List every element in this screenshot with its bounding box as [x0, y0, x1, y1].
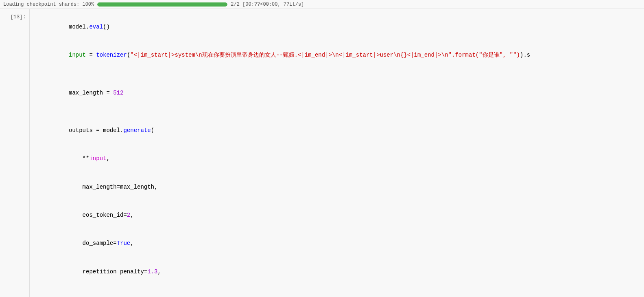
- code-line-1: model.eval(): [35, 13, 639, 41]
- code-area[interactable]: model.eval() input = tokenizer("<|im_sta…: [29, 9, 644, 297]
- token-1-3: 1.3: [147, 268, 157, 275]
- code-line-4: max_length = 512: [35, 79, 639, 107]
- code-line-6: outputs = model.generate(: [35, 117, 639, 145]
- code-line-3: [35, 70, 639, 79]
- token-outputs: outputs: [69, 127, 93, 134]
- token-true-1: True: [117, 240, 131, 246]
- progress-count: 2/2 [00:??<00:00, ??it/s]: [231, 2, 304, 7]
- progress-bar-outer: [97, 2, 227, 7]
- code-line-7: **input,: [35, 145, 639, 173]
- code-line-5: [35, 107, 639, 117]
- code-line-8: max_length=max_length,: [35, 173, 639, 201]
- token-tokenizer: tokenizer: [96, 52, 127, 58]
- code-line-2: input = tokenizer("<|im_start|>system\n现…: [35, 41, 639, 69]
- cell-number: [13]:: [0, 9, 29, 297]
- token-input: input: [69, 52, 86, 58]
- loading-text: Loading checkpoint shards: 100%: [3, 2, 94, 7]
- token-2: 2: [127, 212, 130, 218]
- code-line-10: do_sample=True,: [35, 229, 639, 257]
- notebook-container: Loading checkpoint shards: 100% 2/2 [00:…: [0, 0, 644, 297]
- progress-bar-inner: [97, 2, 227, 7]
- progress-bar-container: Loading checkpoint shards: 100% 2/2 [00:…: [3, 2, 641, 7]
- code-line-9: eos_token_id=2,: [35, 201, 639, 229]
- code-line-11: repetition_penalty=1.3,: [35, 257, 639, 286]
- top-bar: Loading checkpoint shards: 100% 2/2 [00:…: [0, 0, 644, 9]
- cell-content: model.eval() input = tokenizer("<|im_sta…: [29, 9, 644, 297]
- token-input-ref: input: [89, 155, 106, 162]
- token-max-length-var: max_length: [69, 90, 103, 96]
- token-generate: generate: [123, 127, 151, 134]
- token-512: 512: [113, 90, 123, 96]
- token-eval: eval: [89, 24, 103, 30]
- cell-wrapper: [13]: model.eval() input = tokenizer("<|…: [0, 9, 644, 297]
- token-model: model: [69, 24, 86, 30]
- token-string: "<|im_start|>system\n现在你要扮演皇帝身边的女人--甄嬛.<…: [130, 52, 520, 58]
- code-line-12: no_repeat_ngram_size=5,: [35, 286, 639, 297]
